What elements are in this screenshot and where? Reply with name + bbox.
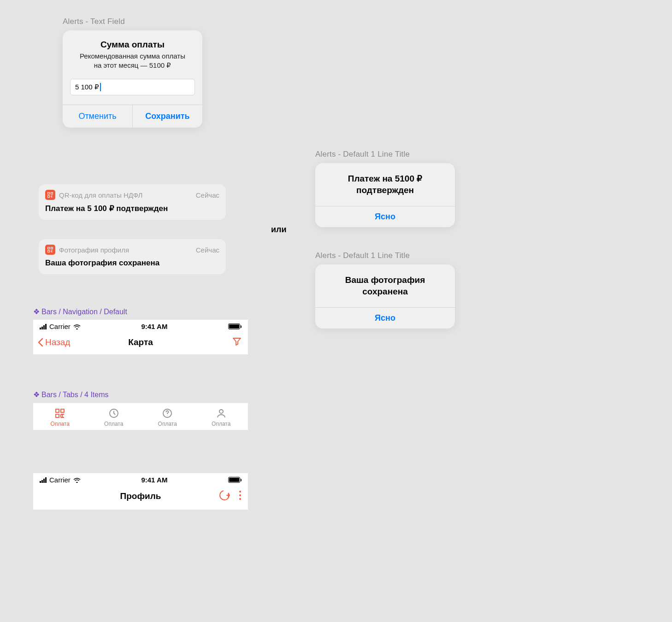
qr-app-icon: [45, 190, 55, 200]
nav-title: Профиль: [120, 491, 161, 501]
profile-navbar: Carrier 9:41 AM Профиль: [33, 473, 248, 510]
funnel-icon: [231, 336, 242, 347]
svg-rect-0: [48, 193, 50, 194]
or-label: или: [271, 225, 287, 235]
svg-rect-7: [61, 409, 64, 412]
battery-icon: [228, 323, 242, 329]
alert-title: Ваша фотография сохранена: [324, 275, 446, 297]
nav-title: Карта: [128, 337, 153, 347]
more-button[interactable]: [239, 490, 242, 502]
qr-icon: [33, 407, 87, 420]
alert-default-payment: Платеж на 5100 ₽ подтвержден Ясно: [315, 163, 455, 227]
diamond-icon: ❖: [33, 391, 40, 399]
back-button[interactable]: Назад: [37, 337, 70, 347]
alert-textfield-subtitle: Рекомендованная сумма оплаты на этот мес…: [70, 52, 195, 70]
component-label-tabbar: ❖Bars / Tabs / 4 Items: [33, 390, 109, 399]
tab-label: Оплата: [212, 421, 230, 427]
text-caret-icon: [100, 83, 101, 91]
navigation-bar: Carrier 9:41 AM Назад Карта: [33, 320, 248, 354]
section-label-alerts-default-1: Alerts - Default 1 Line Title: [315, 150, 410, 159]
svg-point-15: [239, 494, 241, 496]
svg-point-16: [239, 498, 241, 500]
carrier-label: Carrier: [49, 323, 71, 330]
question-icon: [141, 407, 195, 420]
alert-textfield-title: Сумма оплаты: [70, 40, 195, 50]
svg-rect-8: [56, 414, 59, 417]
notification-photo[interactable]: Фотография профиля Сейчас Ваша фотографи…: [39, 239, 226, 274]
svg-rect-4: [51, 247, 53, 249]
notification-source: QR-код для оплаты НДФЛ: [59, 191, 142, 199]
svg-point-11: [167, 415, 168, 416]
alert-default-photo: Ваша фотография сохранена Ясно: [315, 264, 455, 329]
tab-label: Оплата: [104, 421, 123, 427]
back-label: Назад: [45, 337, 70, 347]
alert-textfield-input-value: 5 100 ₽: [75, 83, 99, 91]
svg-point-12: [219, 410, 223, 413]
cancel-button[interactable]: Отменить: [63, 105, 133, 128]
save-button[interactable]: Сохранить: [133, 105, 202, 128]
more-vertical-icon: [239, 490, 242, 500]
alert-textfield: Сумма оплаты Рекомендованная сумма оплат…: [63, 30, 202, 128]
tab-item-help[interactable]: Оплата: [141, 403, 195, 430]
chevron-left-icon: [37, 337, 44, 347]
alert-textfield-input[interactable]: 5 100 ₽: [70, 79, 195, 95]
signal-icon: [40, 477, 47, 483]
svg-rect-3: [48, 247, 50, 249]
notification-body: Платеж на 5 100 ₽ подтвержден: [45, 204, 219, 213]
signout-icon: [218, 489, 230, 501]
svg-rect-5: [48, 251, 50, 252]
notification-payment[interactable]: QR-код для оплаты НДФЛ Сейчас Платеж на …: [39, 184, 226, 220]
tab-item-profile[interactable]: Оплата: [195, 403, 248, 430]
ok-button[interactable]: Ясно: [315, 206, 455, 227]
svg-rect-2: [48, 196, 50, 198]
diamond-icon: ❖: [33, 308, 40, 316]
notification-time: Сейчас: [196, 191, 219, 199]
status-bar: Carrier 9:41 AM: [33, 473, 248, 485]
ok-button[interactable]: Ясно: [315, 307, 455, 329]
tab-item-history[interactable]: Оплата: [87, 403, 141, 430]
component-label-navbar: ❖Bars / Navigation / Default: [33, 307, 127, 316]
signout-button[interactable]: [218, 489, 230, 503]
tab-bar: Оплата Оплата Оплата Оплата: [33, 403, 248, 430]
clock-icon: [87, 407, 141, 420]
notification-body: Ваша фотография сохранена: [45, 258, 219, 268]
person-icon: [195, 407, 248, 420]
status-bar: Carrier 9:41 AM: [33, 320, 248, 331]
svg-rect-1: [51, 193, 53, 194]
section-label-alerts-default-2: Alerts - Default 1 Line Title: [315, 251, 410, 260]
tab-item-qr[interactable]: Оплата: [33, 403, 87, 430]
status-time: 9:41 AM: [141, 323, 167, 330]
carrier-label: Carrier: [49, 476, 71, 484]
tab-label: Оплата: [51, 421, 70, 427]
qr-app-icon: [45, 245, 55, 255]
signal-icon: [40, 324, 47, 329]
section-label-alerts-textfield: Alerts - Text Field: [63, 17, 125, 26]
tab-label: Оплата: [158, 421, 177, 427]
notification-time: Сейчас: [196, 246, 219, 254]
filter-button[interactable]: [231, 336, 242, 349]
status-time: 9:41 AM: [141, 476, 167, 484]
wifi-icon: [73, 477, 81, 483]
wifi-icon: [73, 324, 81, 329]
battery-icon: [228, 477, 242, 483]
alert-title: Платеж на 5100 ₽ подтвержден: [324, 173, 446, 196]
notification-source: Фотография профиля: [59, 246, 129, 254]
svg-rect-6: [56, 409, 59, 412]
svg-point-14: [239, 491, 241, 493]
